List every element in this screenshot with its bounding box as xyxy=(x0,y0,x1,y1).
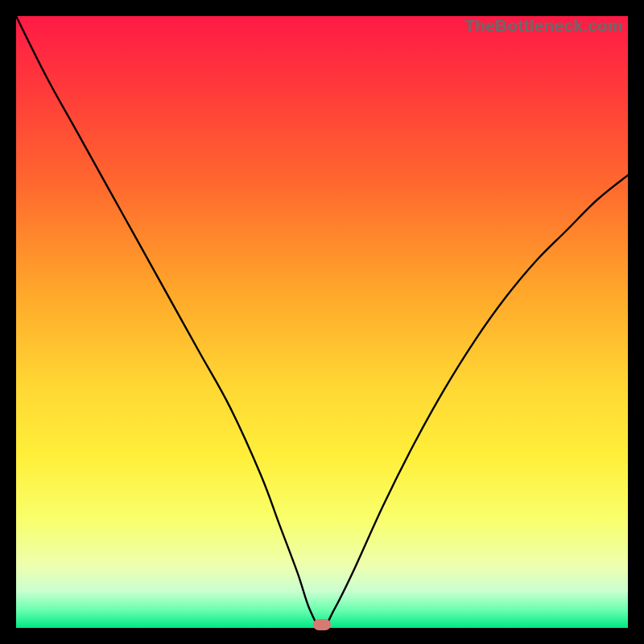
bottleneck-curve xyxy=(16,16,628,628)
optimal-marker xyxy=(313,619,331,630)
chart-frame: TheBottleneck.com xyxy=(0,0,644,644)
plot-area: TheBottleneck.com xyxy=(16,16,628,628)
